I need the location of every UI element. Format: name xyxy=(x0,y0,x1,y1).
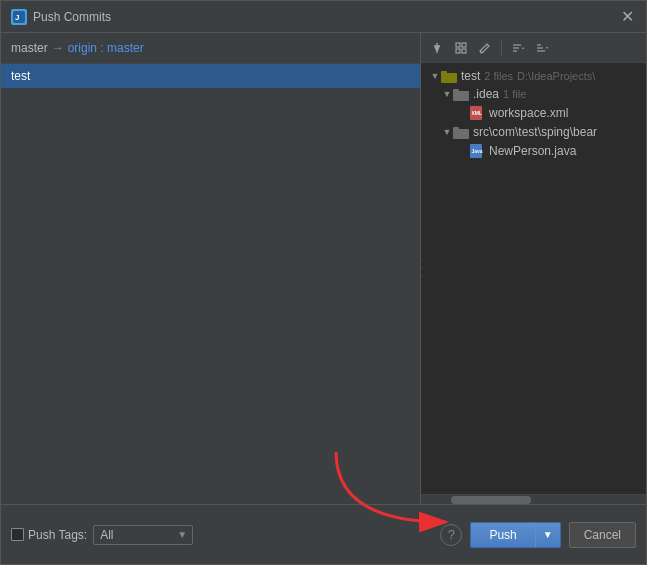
branch-arrow: → xyxy=(52,41,64,55)
java-file-icon: Java xyxy=(469,143,485,159)
svg-text:J: J xyxy=(15,13,19,22)
push-tags-section: Push Tags: All ▼ xyxy=(11,525,193,545)
svg-rect-6 xyxy=(462,43,466,47)
svg-rect-8 xyxy=(462,49,466,53)
tree-node-idea[interactable]: ▼ .idea 1 file xyxy=(421,85,646,103)
toolbar-pin-button[interactable] xyxy=(427,38,447,58)
branch-origin: origin : master xyxy=(68,41,144,55)
folder-icon-src xyxy=(453,126,469,139)
app-icon: J xyxy=(11,9,27,25)
help-button[interactable]: ? xyxy=(440,524,462,546)
tags-select-wrapper: All ▼ xyxy=(93,525,193,545)
close-button[interactable]: ✕ xyxy=(619,9,636,25)
xml-file-icon: XML xyxy=(469,105,485,121)
idea-folder-label: .idea xyxy=(473,87,499,101)
commit-item[interactable]: test xyxy=(1,64,420,88)
right-toolbar xyxy=(421,33,646,63)
toolbar-edit-button[interactable] xyxy=(475,38,495,58)
push-dropdown-button[interactable]: ▼ xyxy=(535,522,561,548)
svg-rect-23 xyxy=(453,127,459,131)
svg-rect-17 xyxy=(441,71,447,75)
horizontal-scrollbar[interactable] xyxy=(421,494,646,504)
expand-arrow: ▼ xyxy=(441,89,453,99)
branch-from: master xyxy=(11,41,48,55)
toolbar-grid-button[interactable] xyxy=(451,38,471,58)
tree-node-src[interactable]: ▼ src\com\test\sping\bear xyxy=(421,123,646,141)
right-panel: ▼ test 2 files D:\IdeaProjects\ ▼ xyxy=(421,33,646,504)
expand-arrow: ▼ xyxy=(429,71,441,81)
newperson-file-label: NewPerson.java xyxy=(489,144,576,158)
svg-rect-19 xyxy=(453,89,459,93)
bottom-bar: Push Tags: All ▼ ? xyxy=(1,504,646,564)
expand-arrow-src: ▼ xyxy=(441,127,453,137)
svg-marker-4 xyxy=(434,46,440,51)
cancel-button[interactable]: Cancel xyxy=(569,522,636,548)
tree-node-workspace[interactable]: XML workspace.xml xyxy=(421,103,646,123)
root-label: test xyxy=(461,69,480,83)
left-panel: master → origin : master test xyxy=(1,33,421,504)
svg-text:XML: XML xyxy=(472,110,483,116)
content-area: master → origin : master test · · · xyxy=(1,33,646,504)
folder-icon-idea xyxy=(453,88,469,101)
action-buttons: ? Push ▼ Cancel xyxy=(440,522,636,548)
push-tags-checkbox[interactable] xyxy=(11,528,24,541)
branch-header: master → origin : master xyxy=(1,33,420,64)
root-path: D:\IdeaProjects\ xyxy=(517,70,595,82)
svg-rect-7 xyxy=(456,49,460,53)
title-bar-left: J Push Commits xyxy=(11,9,111,25)
dialog-title: Push Commits xyxy=(33,10,111,24)
folder-icon xyxy=(441,70,457,83)
push-tags-label: Push Tags: xyxy=(28,528,87,542)
push-commits-dialog: J Push Commits ✕ master → origin : maste… xyxy=(0,0,647,565)
toolbar-sort-desc-button[interactable] xyxy=(532,38,552,58)
title-bar: J Push Commits ✕ xyxy=(1,1,646,33)
push-button[interactable]: Push xyxy=(470,522,534,548)
root-meta: 2 files xyxy=(484,70,513,82)
workspace-file-label: workspace.xml xyxy=(489,106,568,120)
toolbar-sort-asc-button[interactable] xyxy=(508,38,528,58)
tags-select[interactable]: All xyxy=(93,525,193,545)
push-button-group: Push ▼ xyxy=(470,522,560,548)
tree-node-root[interactable]: ▼ test 2 files D:\IdeaProjects\ xyxy=(421,67,646,85)
file-tree: ▼ test 2 files D:\IdeaProjects\ ▼ xyxy=(421,63,646,494)
tree-node-newperson[interactable]: Java NewPerson.java xyxy=(421,141,646,161)
src-folder-label: src\com\test\sping\bear xyxy=(473,125,597,139)
toolbar-separator xyxy=(501,40,502,56)
svg-rect-5 xyxy=(456,43,460,47)
push-tags-checkbox-wrapper: Push Tags: xyxy=(11,528,87,542)
resize-handle[interactable]: · · · xyxy=(418,33,426,504)
idea-meta: 1 file xyxy=(503,88,526,100)
commit-list: test xyxy=(1,64,420,504)
svg-text:Java: Java xyxy=(472,148,483,154)
resize-dots: · · · xyxy=(418,258,427,279)
scrollbar-thumb[interactable] xyxy=(451,496,531,504)
